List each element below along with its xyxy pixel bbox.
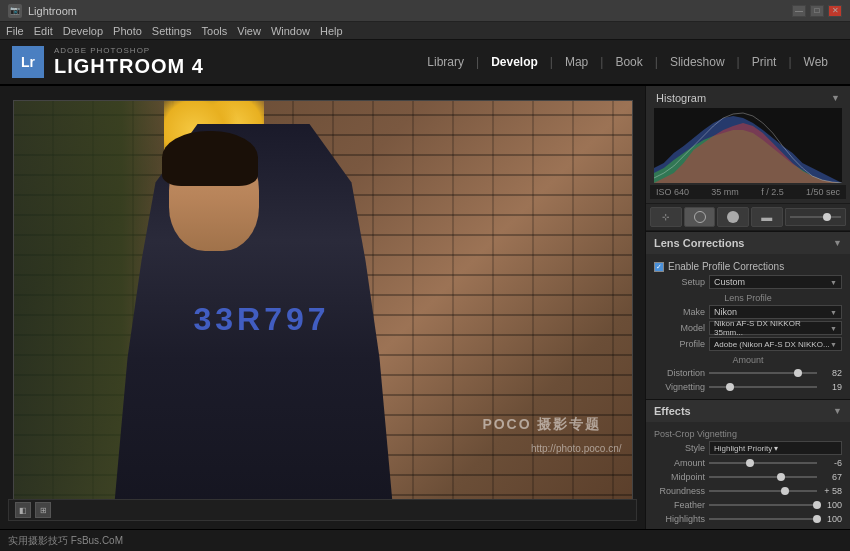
lens-profile-header: Lens Profile: [654, 293, 842, 303]
feather-track[interactable]: [709, 504, 817, 506]
distortion-row: Distortion 82: [654, 367, 842, 379]
tab-develop[interactable]: Develop: [481, 51, 548, 73]
menu-photo[interactable]: Photo: [113, 25, 142, 37]
tab-library[interactable]: Library: [417, 51, 474, 73]
midpoint-thumb[interactable]: [777, 473, 785, 481]
enable-profile-checkbox[interactable]: [654, 262, 664, 272]
vignetting-track[interactable]: [709, 386, 817, 388]
tab-slideshow[interactable]: Slideshow: [660, 51, 735, 73]
menu-develop[interactable]: Develop: [63, 25, 103, 37]
circle-tool[interactable]: [684, 207, 716, 227]
lens-corrections-title: Lens Corrections: [654, 237, 744, 249]
enable-profile-row: Enable Profile Corrections: [654, 261, 842, 272]
midpoint-row: Midpoint 67: [654, 471, 842, 483]
roundness-thumb[interactable]: [781, 487, 789, 495]
fill-circle-icon: [727, 211, 739, 223]
midpoint-track[interactable]: [709, 476, 817, 478]
stamp-text: 33R797: [194, 301, 330, 338]
distortion-track[interactable]: [709, 372, 817, 374]
tool-slider-thumb[interactable]: [823, 213, 831, 221]
nav-tabs: Library | Develop | Map | Book | Slidesh…: [417, 51, 838, 73]
maximize-button[interactable]: □: [810, 5, 824, 17]
filmstrip-icon[interactable]: ◧: [15, 502, 31, 518]
tab-print[interactable]: Print: [742, 51, 787, 73]
effects-toggle: ▼: [833, 406, 842, 416]
fstop-info: f / 2.5: [761, 187, 784, 197]
setup-value[interactable]: Custom ▼: [709, 275, 842, 289]
grid-icon[interactable]: ⊞: [35, 502, 51, 518]
profile-arrow: ▼: [830, 341, 837, 348]
header: Lr ADOBE PHOTOSHOP LIGHTROOM 4 Library |…: [0, 40, 850, 86]
effect-amount-value: -6: [817, 458, 842, 468]
lens-corrections-content: Enable Profile Corrections Setup Custom …: [646, 254, 850, 399]
person-hair: [162, 131, 258, 186]
photo-frame: 33R797 POCO 摄影专题 http://photo.poco.cn/: [13, 100, 633, 515]
close-button[interactable]: ✕: [828, 5, 842, 17]
effect-amount-row: Amount -6: [654, 457, 842, 469]
histogram-chart: [654, 108, 842, 183]
distortion-label: Distortion: [654, 368, 709, 378]
app-name: LIGHTROOM 4: [54, 55, 417, 78]
model-value[interactable]: Nikon AF-S DX NIKKOR 35mm... ▼: [709, 321, 842, 335]
tool-slider[interactable]: [785, 208, 846, 226]
style-row: Style Highlight Priority ▾: [654, 441, 842, 455]
roundness-track[interactable]: [709, 490, 817, 492]
effect-amount-track[interactable]: [709, 462, 817, 464]
vignetting-value: 19: [817, 382, 842, 392]
model-arrow: ▼: [830, 325, 837, 332]
make-row: Make Nikon ▼: [654, 305, 842, 319]
histogram-header[interactable]: Histogram ▼: [650, 90, 846, 106]
highlights-track[interactable]: [709, 518, 817, 520]
menu-window[interactable]: Window: [271, 25, 310, 37]
effects-header[interactable]: Effects ▼: [646, 400, 850, 422]
profile-row: Profile Adobe (Nikon AF-S DX NIKKO... ▼: [654, 337, 842, 351]
crop-tool[interactable]: ⊹: [650, 207, 682, 227]
profile-value[interactable]: Adobe (Nikon AF-S DX NIKKO... ▼: [709, 337, 842, 351]
highlights-row: Highlights 100: [654, 513, 842, 525]
effects-panel: Effects ▼ Post-Crop Vignetting Style Hig…: [646, 399, 850, 529]
footer-left-text: 实用摄影技巧 FsBus.CoM: [8, 534, 123, 548]
app-subtitle: ADOBE PHOTOSHOP: [54, 46, 417, 55]
highlights-thumb[interactable]: [813, 515, 821, 523]
menu-tools[interactable]: Tools: [202, 25, 228, 37]
vignetting-slider-wrap: [709, 381, 817, 393]
roundness-row: Roundness + 58: [654, 485, 842, 497]
vignetting-thumb[interactable]: [726, 383, 734, 391]
menu-help[interactable]: Help: [320, 25, 343, 37]
menu-edit[interactable]: Edit: [34, 25, 53, 37]
midpoint-value: 67: [817, 472, 842, 482]
fill-circle-tool[interactable]: [717, 207, 749, 227]
enable-profile-label: Enable Profile Corrections: [668, 261, 784, 272]
minimize-button[interactable]: —: [792, 5, 806, 17]
menu-view[interactable]: View: [237, 25, 261, 37]
tool-buttons-row: ⊹ ▬: [646, 203, 850, 231]
distortion-thumb[interactable]: [794, 369, 802, 377]
iso-info: ISO 640: [656, 187, 689, 197]
tool-slider-track: [790, 216, 841, 218]
roundness-value: + 58: [817, 486, 842, 496]
lr-logo: Lr: [12, 46, 44, 78]
tab-map[interactable]: Map: [555, 51, 598, 73]
circle-icon: [694, 211, 706, 223]
title-bar-title: Lightroom: [28, 5, 792, 17]
feather-thumb[interactable]: [813, 501, 821, 509]
lens-corrections-header[interactable]: Lens Corrections ▼: [646, 232, 850, 254]
histogram-info: ISO 640 35 mm f / 2.5 1/50 sec: [650, 185, 846, 199]
setup-arrow: ▼: [830, 279, 837, 286]
amount-header: Amount: [654, 355, 842, 365]
distortion-value: 82: [817, 368, 842, 378]
menu-file[interactable]: File: [6, 25, 24, 37]
lens-toggle-arrow: ▼: [833, 238, 842, 248]
vignetting-label: Vignetting: [654, 382, 709, 392]
make-value[interactable]: Nikon ▼: [709, 305, 842, 319]
effect-amount-thumb[interactable]: [746, 459, 754, 467]
make-label: Make: [654, 307, 709, 317]
highlights-label: Highlights: [654, 514, 709, 524]
post-crop-label: Post-Crop Vignetting: [654, 429, 842, 439]
tab-book[interactable]: Book: [605, 51, 652, 73]
histogram-toggle: ▼: [831, 93, 840, 103]
band-tool[interactable]: ▬: [751, 207, 783, 227]
style-value[interactable]: Highlight Priority ▾: [709, 441, 842, 455]
menu-settings[interactable]: Settings: [152, 25, 192, 37]
tab-web[interactable]: Web: [794, 51, 838, 73]
